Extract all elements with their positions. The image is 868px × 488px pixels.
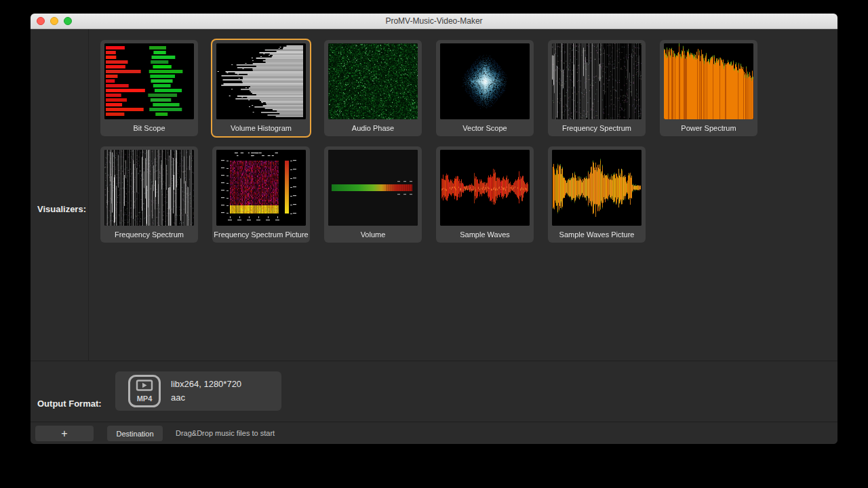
mp4-badge-text: MP4 <box>137 394 153 403</box>
traffic-lights <box>37 14 72 28</box>
vector-scope-thumbnail <box>440 43 530 119</box>
visualizer-card-audio-phase[interactable]: Audio Phase <box>324 40 422 136</box>
visualizer-label: Audio Phase <box>352 124 394 132</box>
volume-thumbnail <box>328 150 418 226</box>
visualizer-label: Frequency Spectrum <box>115 230 184 239</box>
visualizer-row-2: Frequency Spectrum Frequency Spectrum Pi… <box>100 146 757 243</box>
close-button[interactable] <box>37 17 45 25</box>
frequency-spectrum-thumbnail <box>104 150 194 226</box>
volume-histogram-thumbnail <box>216 43 306 119</box>
visualizer-card-frequency-spectrum-picture[interactable]: Frequency Spectrum Picture <box>212 146 310 243</box>
visualizer-label: Sample Waves <box>460 230 510 239</box>
visualizer-card-sample-waves[interactable]: Sample Waves <box>436 146 534 243</box>
visualizer-label: Frequency Spectrum <box>562 124 631 132</box>
frequency-spectrum-picture-thumbnail <box>216 150 306 226</box>
mp4-icon: MP4 <box>127 374 161 408</box>
visualizer-row-1: Bit Scope Volume Histogram Audio Phase V… <box>100 40 757 136</box>
plus-icon: + <box>61 428 67 439</box>
output-format-line1: libx264, 868*488 <box>171 378 241 391</box>
visualizers-label: Visualizers: <box>31 204 86 214</box>
sample-waves-picture-thumbnail <box>552 150 642 226</box>
visualizer-label: Bit Scope <box>133 124 165 132</box>
visualizer-card-volume[interactable]: Volume <box>324 146 422 243</box>
output-divider <box>31 361 837 361</box>
minimize-button[interactable] <box>50 17 58 25</box>
visualizer-label: Frequency Spectrum Picture <box>214 230 308 239</box>
desktop-background: ProMV-Music-Video-Maker Visualizers: Bit… <box>0 0 868 488</box>
output-format-line2: aac <box>171 391 241 405</box>
output-format-label: Output Format: <box>37 399 102 409</box>
output-format-text: libx264, 868*488 aac <box>171 378 241 405</box>
visualizer-label: Sample Waves Picture <box>559 230 635 239</box>
app-window: ProMV-Music-Video-Maker Visualizers: Bit… <box>31 14 837 444</box>
sidebar-divider <box>88 29 89 361</box>
bit-scope-thumbnail <box>104 43 194 119</box>
window-title: ProMV-Music-Video-Maker <box>31 16 837 26</box>
output-format-chip[interactable]: MP4 libx264, 868*488 aac <box>115 371 281 411</box>
visualizer-card-volume-histogram[interactable]: Volume Histogram <box>212 40 310 136</box>
sample-waves-thumbnail <box>440 150 530 226</box>
visualizer-card-vector-scope[interactable]: Vector Scope <box>436 40 534 136</box>
visualizer-card-frequency-spectrum-1[interactable]: Frequency Spectrum <box>548 40 646 136</box>
visualizer-grid: Bit Scope Volume Histogram Audio Phase V… <box>100 40 757 253</box>
dragdrop-hint: Drag&Drop music files to start <box>176 429 275 437</box>
frequency-spectrum-thumbnail <box>552 43 642 119</box>
power-spectrum-thumbnail <box>664 43 753 119</box>
title-bar: ProMV-Music-Video-Maker <box>31 14 837 29</box>
visualizer-card-power-spectrum[interactable]: Power Spectrum <box>660 40 757 136</box>
visualizer-card-frequency-spectrum-2[interactable]: Frequency Spectrum <box>100 146 198 243</box>
visualizer-card-bit-scope[interactable]: Bit Scope <box>100 40 198 136</box>
destination-button[interactable]: Destination <box>107 426 163 441</box>
visualizer-label: Power Spectrum <box>681 124 736 132</box>
destination-button-label: Destination <box>116 430 153 438</box>
zoom-button[interactable] <box>64 17 72 25</box>
toolbar-divider <box>31 422 837 422</box>
add-button[interactable]: + <box>35 426 94 441</box>
visualizer-label: Volume Histogram <box>231 124 292 132</box>
window-content: Visualizers: Bit Scope Volume Histogram … <box>31 29 837 444</box>
visualizer-label: Volume <box>361 230 386 239</box>
visualizer-label: Vector Scope <box>462 124 507 132</box>
visualizer-card-sample-waves-picture[interactable]: Sample Waves Picture <box>548 146 646 243</box>
audio-phase-thumbnail <box>328 43 418 119</box>
